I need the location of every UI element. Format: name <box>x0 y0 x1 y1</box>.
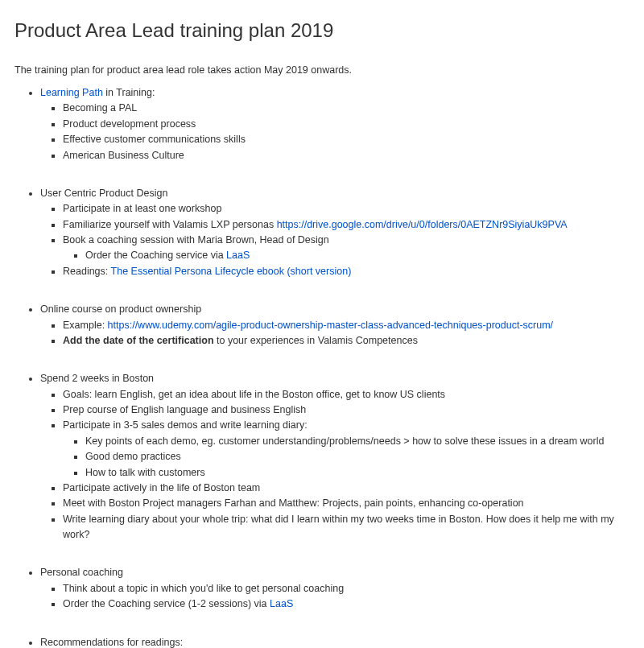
list-item: Prep course of English language and busi… <box>63 402 630 418</box>
intro-paragraph: The training plan for product area lead … <box>14 64 630 76</box>
list-item: Order the Coaching service (1-2 sessions… <box>63 596 630 612</box>
training-plan-list: Learning Path in Training: Becoming a PA… <box>14 85 630 648</box>
section-heading: Online course on product ownership <box>40 303 201 315</box>
list-item: Write learning diary about your whole tr… <box>63 512 630 543</box>
learning-path-link[interactable]: Learning Path <box>40 87 103 98</box>
section-learning-path: Learning Path in Training: Becoming a PA… <box>40 85 630 163</box>
section-readings: Recommendations for readings: Book: J. K… <box>40 635 630 649</box>
coaching-sublist: Order the Coaching service via LaaS <box>63 248 630 263</box>
section-heading: Recommendations for readings: <box>40 637 183 648</box>
learning-path-suffix: in Training: <box>103 87 155 98</box>
text: Familiarize yourself with Valamis LXP pe… <box>63 219 277 230</box>
list-item: Key points of each demo, eg. customer un… <box>85 434 630 449</box>
readings-link[interactable]: The Essential Persona Lifecycle ebook (s… <box>111 266 352 277</box>
list-item: Order the Coaching service via LaaS <box>85 248 630 263</box>
text: Readings: <box>63 266 111 277</box>
list-item: Add the date of the certification to you… <box>63 333 630 349</box>
section-boston: Spend 2 weeks in Boston Goals: learn Eng… <box>40 371 630 543</box>
laas-link[interactable]: LaaS <box>226 250 250 261</box>
text: Book a coaching session with <box>63 234 197 246</box>
list-item: Goals: learn English, get an idea about … <box>63 387 630 402</box>
section-personal-coaching: Personal coaching Think about a topic in… <box>40 565 630 612</box>
personas-link[interactable]: https://drive.google.com/drive/u/0/folde… <box>277 219 568 230</box>
coaching-items: Think about a topic in which you'd like … <box>40 581 630 613</box>
text: Order the Coaching service (1-2 sessions… <box>63 598 270 609</box>
section-heading: User Centric Product Design <box>40 188 167 199</box>
list-item: Product development process <box>63 117 630 132</box>
list-item: Readings: The Essential Persona Lifecycl… <box>63 264 630 279</box>
list-item: Example: https://www.udemy.com/agile-pro… <box>63 318 630 333</box>
list-item: Good demo practices <box>85 449 630 464</box>
list-item: Effective customer communications skills <box>63 132 630 147</box>
text-bold: Add the date of the certification <box>63 335 214 346</box>
list-item: How to talk with customers <box>85 465 630 481</box>
page-title: Product Area Lead training plan 2019 <box>14 19 630 42</box>
text: Participate in 3-5 sales demos and write… <box>63 419 308 431</box>
section-ucpd: User Centric Product Design Participate … <box>40 186 630 279</box>
learning-path-items: Becoming a PAL Product development proce… <box>40 101 630 163</box>
boston-demos-sublist: Key points of each demo, eg. customer un… <box>63 434 630 481</box>
list-item: Participate actively in the life of Bost… <box>63 481 630 496</box>
list-item: Participate in at least one workshop <box>63 201 630 217</box>
document-page: Product Area Lead training plan 2019 The… <box>0 0 644 648</box>
text: Example: <box>63 320 108 331</box>
text: Maria Brown, Head of Design <box>197 234 328 246</box>
laas-link[interactable]: LaaS <box>270 598 293 609</box>
udemy-link[interactable]: https://www.udemy.com/agile-product-owne… <box>108 320 553 331</box>
text: Order the Coaching service via <box>85 250 226 261</box>
list-item: Meet with Boston Project managers Farhan… <box>63 496 630 511</box>
list-item: Becoming a PAL <box>63 101 630 116</box>
section-heading: Personal coaching <box>40 567 123 578</box>
list-item: Participate in 3-5 sales demos and write… <box>63 418 630 481</box>
section-online-course: Online course on product ownership Examp… <box>40 302 630 349</box>
list-item: Think about a topic in which you'd like … <box>63 581 630 596</box>
ucpd-items: Participate in at least one workshop Fam… <box>40 201 630 279</box>
online-course-items: Example: https://www.udemy.com/agile-pro… <box>40 318 630 349</box>
list-item: Book a coaching session with Maria Brown… <box>63 233 630 264</box>
list-item: Familiarize yourself with Valamis LXP pe… <box>63 217 630 233</box>
boston-items: Goals: learn English, get an idea about … <box>40 387 630 543</box>
section-heading: Spend 2 weeks in Boston <box>40 373 154 384</box>
text: to your experiences in Valamis Competenc… <box>214 335 418 346</box>
list-item: American Business Culture <box>63 148 630 163</box>
